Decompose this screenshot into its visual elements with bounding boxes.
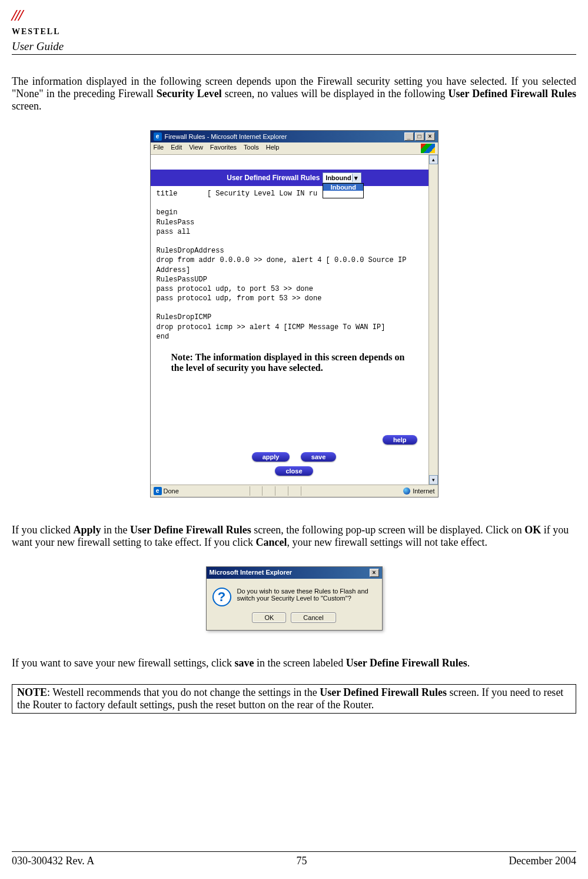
dialog-title: Microsoft Internet Explorer	[210, 569, 293, 577]
option-inbound[interactable]: Inbound	[323, 184, 363, 191]
select-options: Inbound Outbound	[323, 183, 364, 198]
text: in the screen labeled	[254, 657, 346, 669]
menu-edit[interactable]: Edit	[171, 144, 182, 153]
scrollbar[interactable]: ▴ ▾	[428, 155, 438, 485]
text-bold: OK	[524, 524, 541, 536]
note-label: NOTE	[17, 686, 47, 698]
text-bold: User Define Firewall Rules	[346, 657, 467, 669]
apply-button[interactable]: apply	[252, 452, 290, 462]
save-button[interactable]: save	[301, 452, 336, 462]
dialog-close-button[interactable]: ×	[370, 569, 379, 577]
text: in the	[101, 524, 131, 536]
logo-text: WESTELL	[12, 27, 60, 36]
paragraph-3: If you want to save your new firewall se…	[0, 639, 588, 678]
menu-favorites[interactable]: Favorites	[210, 144, 237, 153]
scroll-down-icon[interactable]: ▾	[429, 475, 438, 485]
ie-icon: e	[154, 132, 162, 141]
direction-select[interactable]: Inbound ▾	[323, 173, 361, 183]
text-bold: Apply	[73, 524, 101, 536]
text: .	[467, 657, 470, 669]
window-title: Firewall Rules - Microsoft Internet Expl…	[165, 133, 287, 140]
text-bold: User Defined Firewall Rules	[320, 686, 447, 698]
overlay-note: Note: The information displayed in this …	[171, 352, 407, 373]
page-banner: User Defined Firewall Rules Inbound ▾ In…	[151, 170, 438, 186]
dialog-titlebar: Microsoft Internet Explorer ×	[207, 567, 382, 579]
zone-text: Internet	[413, 487, 434, 495]
window-titlebar: e Firewall Rules - Microsoft Internet Ex…	[151, 131, 438, 142]
text-bold: Security Level	[157, 88, 222, 99]
page-header: /// WESTELL User Guide	[0, 0, 588, 58]
text-bold: User Defined Firewall Rules	[449, 88, 576, 99]
scroll-up-icon[interactable]: ▴	[429, 155, 438, 164]
minimize-button[interactable]: _	[404, 132, 414, 141]
paragraph-1: The information displayed in the followi…	[0, 58, 588, 121]
help-button[interactable]: help	[383, 435, 417, 445]
text: , your new firewall settings will not ta…	[287, 536, 488, 548]
banner-title: User Defined Firewall Rules	[227, 174, 320, 182]
option-outbound[interactable]: Outbound	[323, 191, 363, 198]
guide-label: User Guide	[12, 40, 576, 55]
confirm-dialog: Microsoft Internet Explorer × ? Do you w…	[206, 566, 383, 631]
ok-button[interactable]: OK	[252, 612, 286, 623]
text: If you want to save your new firewall se…	[12, 657, 234, 669]
dialog-message: Do you wish to save these Rules to Flash…	[237, 588, 376, 602]
text-bold: Cancel	[256, 536, 287, 548]
select-value: Inbound	[325, 174, 351, 181]
maximize-button[interactable]: □	[415, 132, 424, 141]
paragraph-2: If you clicked Apply in the User Define …	[0, 506, 588, 558]
note-box: NOTE: Westell recommends that you do not…	[12, 684, 576, 714]
logo: /// WESTELL	[12, 6, 60, 37]
menu-view[interactable]: View	[189, 144, 203, 153]
menu-tools[interactable]: Tools	[244, 144, 259, 153]
logo-mark: ///	[12, 6, 22, 24]
rules-text: title [ Security Level Low IN ru begin R…	[151, 186, 438, 344]
menu-bar: File Edit View Favorites Tools Help	[151, 142, 438, 155]
status-bar: e Done Internet	[151, 485, 438, 497]
close-page-button[interactable]: close	[275, 466, 313, 476]
page-footer: 030-300432 Rev. A 75 December 2004	[12, 851, 576, 867]
text-bold: save	[234, 657, 254, 669]
internet-zone-icon	[403, 487, 410, 495]
text: screen.	[12, 100, 41, 112]
menu-help[interactable]: Help	[266, 144, 280, 153]
text: screen, no values will be displayed in t…	[222, 88, 449, 99]
footer-page: 75	[296, 855, 307, 867]
menu-file[interactable]: File	[154, 144, 164, 153]
close-button[interactable]: ×	[426, 132, 435, 141]
ie-window: e Firewall Rules - Microsoft Internet Ex…	[150, 130, 438, 497]
status-text: Done	[164, 487, 179, 495]
text: If you clicked	[12, 524, 73, 536]
footer-date: December 2004	[509, 855, 576, 867]
browser-content: User Defined Firewall Rules Inbound ▾ In…	[151, 155, 438, 485]
text: : Westell recommends that you do not cha…	[47, 686, 320, 698]
windows-flag-icon	[421, 144, 435, 153]
chevron-down-icon: ▾	[352, 174, 360, 182]
question-icon: ?	[212, 588, 231, 606]
text: screen, the following pop-up screen will…	[251, 524, 524, 536]
page-icon: e	[154, 487, 162, 495]
footer-rev: 030-300432 Rev. A	[12, 855, 94, 867]
status-cells	[250, 486, 301, 496]
text-bold: User Define Firewall Rules	[130, 524, 251, 536]
cancel-button[interactable]: Cancel	[291, 612, 335, 623]
